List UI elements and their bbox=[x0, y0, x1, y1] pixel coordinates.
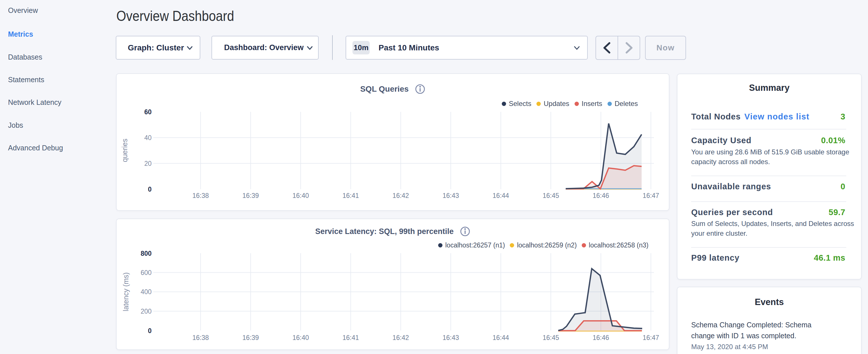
svg-text:16:47: 16:47 bbox=[643, 334, 659, 342]
svg-text:200: 200 bbox=[141, 308, 152, 315]
svg-text:16:45: 16:45 bbox=[542, 192, 559, 199]
svg-text:16:46: 16:46 bbox=[593, 192, 609, 199]
svg-text:16:40: 16:40 bbox=[292, 334, 309, 342]
svg-text:20: 20 bbox=[144, 160, 152, 167]
svg-text:16:42: 16:42 bbox=[393, 334, 409, 342]
svg-text:queries: queries bbox=[121, 139, 129, 162]
svg-text:16:41: 16:41 bbox=[342, 192, 359, 199]
svg-text:16:38: 16:38 bbox=[192, 192, 209, 199]
svg-text:16:47: 16:47 bbox=[643, 192, 659, 199]
svg-text:16:42: 16:42 bbox=[393, 192, 409, 199]
svg-text:40: 40 bbox=[144, 134, 152, 141]
svg-text:16:44: 16:44 bbox=[493, 334, 509, 342]
svg-text:16:43: 16:43 bbox=[442, 334, 459, 342]
svg-text:16:44: 16:44 bbox=[493, 192, 509, 199]
svg-text:latency (ms): latency (ms) bbox=[122, 272, 130, 311]
svg-text:16:39: 16:39 bbox=[242, 192, 259, 199]
svg-text:60: 60 bbox=[144, 108, 152, 116]
svg-text:16:45: 16:45 bbox=[542, 334, 559, 342]
svg-text:0: 0 bbox=[148, 327, 152, 334]
svg-text:800: 800 bbox=[141, 250, 152, 257]
svg-text:0: 0 bbox=[148, 186, 152, 193]
svg-text:16:41: 16:41 bbox=[342, 334, 359, 342]
svg-text:16:43: 16:43 bbox=[442, 192, 459, 199]
svg-text:16:38: 16:38 bbox=[192, 334, 209, 342]
svg-text:16:40: 16:40 bbox=[292, 192, 309, 199]
svg-text:600: 600 bbox=[141, 269, 152, 277]
svg-text:16:46: 16:46 bbox=[593, 334, 609, 342]
svg-text:400: 400 bbox=[141, 288, 152, 296]
svg-text:16:39: 16:39 bbox=[242, 334, 259, 342]
